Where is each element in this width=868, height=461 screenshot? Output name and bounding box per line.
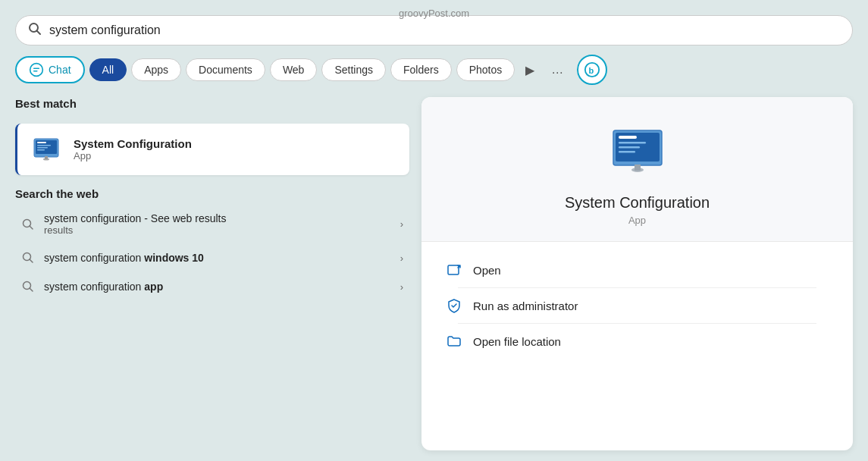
action-open-file-location-label: Open file location — [473, 335, 561, 348]
svg-rect-25 — [619, 146, 640, 149]
action-open[interactable]: Open — [440, 254, 835, 286]
svg-rect-28 — [635, 165, 641, 171]
svg-point-2 — [30, 64, 43, 77]
left-panel: Best match System Configuration App — [15, 97, 409, 450]
svg-line-17 — [30, 259, 33, 262]
app-icon-box — [30, 133, 63, 166]
svg-rect-24 — [619, 142, 646, 144]
tab-all[interactable]: All — [89, 58, 127, 81]
svg-text:b: b — [589, 66, 594, 75]
best-match-item[interactable]: System Configuration App — [15, 124, 409, 175]
svg-rect-26 — [619, 151, 635, 153]
svg-rect-13 — [45, 156, 48, 159]
svg-rect-23 — [619, 136, 637, 139]
web-result-1[interactable]: system configuration - See web results r… — [15, 205, 409, 243]
svg-line-19 — [30, 288, 33, 291]
web-result-text-3: system configuration app — [44, 281, 391, 293]
tab-chat[interactable]: Chat — [15, 56, 85, 83]
svg-rect-9 — [37, 145, 51, 146]
search-bar — [15, 15, 853, 45]
svg-line-1 — [37, 31, 41, 35]
app-info: System Configuration App — [74, 137, 192, 162]
app-large-icon — [607, 121, 668, 182]
tab-apps[interactable]: Apps — [131, 58, 181, 81]
search-web-label: Search the web — [15, 187, 409, 200]
divider-2 — [458, 323, 816, 324]
play-button[interactable]: ▶ — [519, 58, 541, 82]
web-search-icon-2 — [21, 251, 35, 265]
tab-settings[interactable]: Settings — [321, 58, 386, 81]
tab-documents[interactable]: Documents — [186, 58, 265, 81]
right-panel: System Configuration App Open — [421, 97, 853, 450]
bing-button[interactable]: b — [577, 55, 607, 85]
tab-web[interactable]: Web — [270, 58, 318, 81]
shield-icon — [446, 297, 462, 314]
tab-folders[interactable]: Folders — [390, 58, 452, 81]
action-run-as-admin-label: Run as administrator — [473, 299, 578, 312]
svg-rect-29 — [448, 265, 459, 274]
tab-photos[interactable]: Photos — [456, 58, 515, 81]
filter-tabs: Chat All Apps Documents Web Settings Fol… — [0, 45, 868, 85]
search-web-section: Search the web system configuration - Se… — [15, 187, 409, 301]
search-container — [0, 0, 868, 45]
main-content: Best match System Configuration App — [0, 85, 868, 461]
action-open-label: Open — [473, 264, 501, 277]
app-preview-name: System Configuration — [565, 194, 710, 212]
open-icon — [446, 262, 462, 278]
action-open-file-location[interactable]: Open file location — [440, 325, 835, 357]
svg-rect-10 — [37, 147, 48, 149]
search-icon — [28, 22, 42, 39]
app-preview: System Configuration App — [421, 97, 853, 242]
action-run-as-admin[interactable]: Run as administrator — [440, 290, 835, 321]
web-result-text-2: system configuration windows 10 — [44, 252, 391, 264]
svg-rect-11 — [37, 149, 45, 151]
more-button[interactable]: … — [545, 58, 569, 81]
chevron-icon-1: › — [400, 218, 403, 230]
chevron-icon-2: › — [400, 252, 403, 264]
svg-line-15 — [30, 226, 33, 229]
svg-rect-8 — [37, 142, 46, 143]
web-search-icon-1 — [21, 218, 35, 231]
folder-icon — [446, 333, 462, 350]
best-match-label: Best match — [15, 97, 409, 110]
web-search-icon-3 — [21, 280, 35, 293]
app-actions: Open Run as administrator — [421, 242, 853, 369]
web-result-2[interactable]: system configuration windows 10 › — [15, 243, 409, 272]
web-result-3[interactable]: system configuration app › — [15, 272, 409, 301]
chevron-icon-3: › — [400, 281, 403, 293]
divider-1 — [458, 287, 816, 288]
web-result-text-1: system configuration - See web results r… — [44, 212, 391, 236]
app-preview-type: App — [628, 215, 646, 226]
search-input[interactable] — [49, 24, 840, 37]
